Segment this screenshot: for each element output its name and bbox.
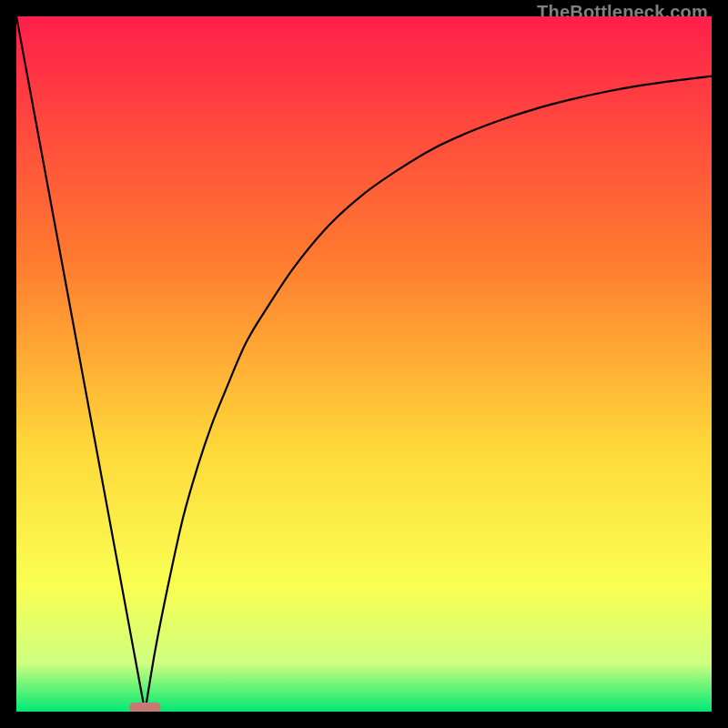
gradient-background bbox=[16, 16, 712, 712]
chart-svg bbox=[16, 16, 712, 712]
chart-plot-area bbox=[16, 16, 712, 712]
minimum-marker bbox=[129, 703, 160, 712]
